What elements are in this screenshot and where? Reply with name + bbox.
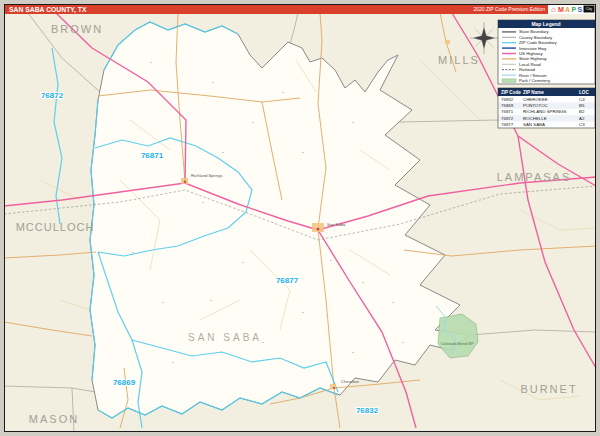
logo-letter-p: P bbox=[572, 6, 577, 13]
cell-zip: 76877 bbox=[501, 122, 514, 127]
zip-label-76877: 76877 bbox=[276, 276, 299, 285]
legend-sample-swatch bbox=[502, 79, 516, 82]
county-map-svg: BROWN MILLS LAMPASAS MCCULLOCH MASON BUR… bbox=[0, 0, 600, 436]
cell-name: PONTOTOC bbox=[523, 103, 548, 108]
legend-title: Map Legend bbox=[531, 21, 560, 27]
zip-code-table: ZIP Code ZIP Name LOC 76832 CHEROKEE C4 … bbox=[498, 88, 595, 128]
edition-label: 2020 ZIP Code Premium Edition bbox=[473, 6, 545, 12]
logo-letter-s: S bbox=[578, 6, 583, 13]
cell-name: RICHLAND SPRINGS bbox=[523, 109, 566, 114]
logo-letter-m: M bbox=[558, 6, 564, 13]
logo-letter-a: A bbox=[565, 6, 570, 13]
zip-label-76869: 76869 bbox=[113, 378, 136, 387]
cell-name: ROCHELLE bbox=[523, 116, 547, 121]
zip-label-76871: 76871 bbox=[141, 151, 164, 160]
county-label-mason: MASON bbox=[29, 413, 79, 425]
county-label-mills: MILLS bbox=[438, 54, 480, 66]
cell-zip: 76872 bbox=[501, 116, 514, 121]
city-dot bbox=[316, 227, 319, 230]
table-header-name: ZIP Name bbox=[523, 90, 544, 95]
cell-zip: 76869 bbox=[501, 103, 514, 108]
city-label-san-saba: San Saba bbox=[327, 222, 346, 227]
page-title: SAN SABA COUNTY, TX bbox=[9, 6, 87, 14]
title-bar: SAN SABA COUNTY, TX 2020 ZIP Code Premiu… bbox=[4, 4, 596, 14]
cell-loc: C3 bbox=[579, 122, 585, 127]
legend-item-label: County Boundary bbox=[519, 35, 553, 40]
cell-zip: 76832 bbox=[501, 97, 514, 102]
cell-name: SAN SABA bbox=[523, 122, 545, 127]
park-label: Colorado Bend SP bbox=[440, 341, 473, 346]
county-label-burnet: BURNET bbox=[520, 383, 577, 395]
cell-loc: C4 bbox=[579, 97, 585, 102]
zip-label-76872: 76872 bbox=[41, 91, 64, 100]
table-header-zip: ZIP Code bbox=[501, 90, 521, 95]
county-watermark-label: SAN SABA bbox=[188, 332, 262, 343]
house-icon: ⌂ bbox=[551, 5, 556, 14]
legend-item-label: Railroad bbox=[519, 67, 536, 72]
legend-item-label: Local Road bbox=[519, 62, 541, 67]
zip-label-76832: 76832 bbox=[356, 406, 379, 415]
map-sheet: BROWN MILLS LAMPASAS MCCULLOCH MASON BUR… bbox=[0, 0, 600, 436]
legend-item-label: State Boundary bbox=[519, 29, 549, 34]
logo-chip-label: City bbox=[586, 7, 592, 11]
legend-item-label: US Highway bbox=[519, 51, 543, 56]
cell-loc: B2 bbox=[579, 109, 585, 114]
legend-item-label: Interstate Hwy bbox=[519, 46, 547, 51]
table-header-loc: LOC bbox=[579, 90, 589, 95]
cell-loc: B5 bbox=[579, 103, 585, 108]
county-label-mcculloch: MCCULLOCH bbox=[16, 221, 95, 233]
county-label-brown: BROWN bbox=[51, 23, 103, 35]
legend-item-label: Park / Cemetery bbox=[519, 78, 551, 83]
legend-item-label: River / Stream bbox=[519, 73, 547, 78]
city-dot bbox=[333, 387, 336, 390]
town-area bbox=[445, 40, 450, 44]
legend-item-label: ZIP Code Boundary bbox=[519, 40, 558, 45]
legend-panel: Map Legend State Boundary County Boundar… bbox=[498, 20, 595, 84]
cell-name: CHEROKEE bbox=[523, 97, 548, 102]
city-label-cherokee: Cherokee bbox=[341, 379, 360, 384]
cell-loc: A2 bbox=[579, 116, 585, 121]
city-dot bbox=[184, 181, 187, 184]
brand-logo: ⌂ M A P S City bbox=[548, 4, 596, 14]
city-label-richland-springs: Richland Springs bbox=[191, 173, 223, 178]
county-label-lampasas: LAMPASAS bbox=[497, 171, 572, 183]
cell-zip: 76871 bbox=[501, 109, 514, 114]
legend-item-label: State Highway bbox=[519, 56, 548, 61]
